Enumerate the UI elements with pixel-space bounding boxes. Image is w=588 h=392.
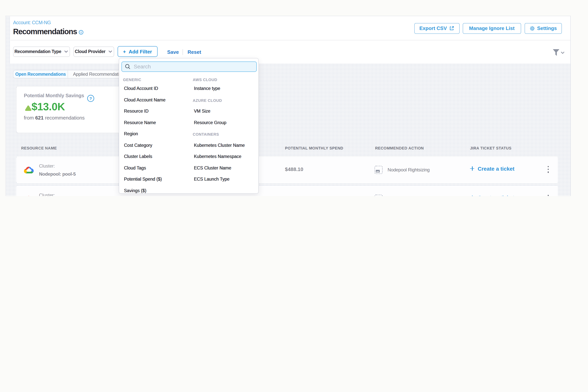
- svg-text:?: ?: [89, 96, 92, 100]
